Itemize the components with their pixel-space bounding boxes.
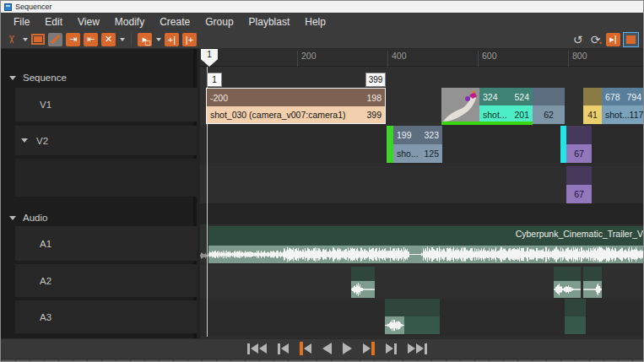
- clip-start: 678: [605, 92, 620, 102]
- timeline: 200 400 600 800 1 1 399 -200 198 shot_03…: [200, 49, 644, 338]
- menu-view[interactable]: View: [70, 16, 107, 28]
- clip-duration: 41: [587, 110, 598, 120]
- razor-dropdown-caret[interactable]: [23, 38, 28, 41]
- audio-clip-a3-1[interactable]: [385, 299, 404, 334]
- window-title: Sequencer: [15, 3, 52, 11]
- collapse-sequence-icon[interactable]: [9, 76, 16, 80]
- shot-clip-blue[interactable]: 678 794 shot... 117: [602, 88, 644, 124]
- sequencer-window: Sequencer File Edit View Modify Create G…: [0, 0, 644, 362]
- window-titlebar[interactable]: Sequencer: [1, 1, 643, 13]
- creature-thumbnail: [441, 88, 479, 124]
- track-row-a3[interactable]: A3: [15, 300, 197, 333]
- playblast-shot-icon[interactable]: ▸▢: [138, 33, 152, 46]
- clip-end: 323: [424, 130, 439, 140]
- previous-key-button[interactable]: [300, 342, 311, 355]
- undo-history-icon[interactable]: ↺: [571, 33, 585, 46]
- audio-clip-a2-2[interactable]: [554, 267, 581, 298]
- shot-clip-v2[interactable]: 199 323 sho... 125: [393, 126, 442, 163]
- a3-1-waveform: [385, 316, 404, 334]
- clip-start: 199: [397, 130, 412, 140]
- play-forwards-button[interactable]: [343, 343, 352, 354]
- time-slider-strip[interactable]: [1, 359, 644, 362]
- step-back-frame-button[interactable]: [278, 343, 289, 354]
- track-label-v1: V1: [40, 100, 51, 110]
- a2-3-waveform: [583, 281, 602, 298]
- track-tool-selected-icon[interactable]: [624, 33, 638, 46]
- audio-group-header[interactable]: Audio: [9, 213, 47, 223]
- current-frame-icon[interactable]: ▸|: [606, 33, 620, 46]
- shot-clip-41[interactable]: 41: [583, 88, 602, 124]
- audio-group-label: Audio: [23, 213, 47, 223]
- collapse-v2-icon[interactable]: [21, 138, 28, 143]
- time-ruler[interactable]: 200 400 600 800: [200, 49, 644, 67]
- delete-shot-icon[interactable]: ✕: [101, 33, 116, 46]
- step-forward-frame-button[interactable]: [386, 343, 397, 354]
- track-label-v2: V2: [36, 136, 48, 146]
- clip-in-tag[interactable]: 1: [207, 73, 222, 87]
- menu-file[interactable]: File: [6, 16, 37, 28]
- audio-clip-a3-2[interactable]: [404, 299, 440, 334]
- marker-bar-cyan[interactable]: [560, 126, 566, 163]
- menu-create[interactable]: Create: [152, 16, 198, 28]
- clip-duration: 125: [424, 149, 439, 159]
- clip-underline-green: [441, 122, 533, 125]
- track-row-a2[interactable]: A2: [15, 264, 197, 297]
- shot-clip-purple-v2[interactable]: 67: [566, 126, 592, 163]
- delete-dropdown-caret[interactable]: [120, 38, 125, 41]
- shift-shot-right-icon[interactable]: ⇤: [84, 33, 98, 46]
- clip-shot-name: shot...: [605, 110, 630, 120]
- ruler-tick-200: 200: [297, 51, 317, 67]
- shot-clip-purple-v3[interactable]: 67: [566, 166, 592, 203]
- go-to-end-button[interactable]: [408, 343, 427, 354]
- shot-thumbnail-clip[interactable]: [441, 88, 479, 124]
- collapse-audio-icon[interactable]: [9, 216, 16, 220]
- audio-clip-a3-3[interactable]: [565, 299, 586, 334]
- track-row-v1[interactable]: V1: [15, 88, 197, 122]
- ubercam-pencil-icon[interactable]: [48, 33, 62, 46]
- sequence-group-header[interactable]: Sequence: [9, 73, 67, 83]
- set-sequence-out-icon[interactable]: |+: [182, 33, 197, 46]
- track-panel: Sequence V1 V2 Audio A1 A2 A3: [1, 49, 197, 338]
- play-backwards-button[interactable]: [322, 343, 332, 354]
- track-label-a3: A3: [40, 312, 51, 322]
- clip-duration: 67: [574, 189, 584, 199]
- menu-group[interactable]: Group: [198, 16, 241, 28]
- menu-help[interactable]: Help: [297, 16, 333, 28]
- clip-offset-start: -200: [210, 93, 228, 103]
- next-key-button[interactable]: [363, 342, 375, 355]
- clip-shot-name: sho...: [397, 149, 419, 159]
- clip-duration: 117: [630, 110, 644, 120]
- go-to-start-button[interactable]: [247, 343, 267, 354]
- razor-edit-icon[interactable]: ✂: [5, 32, 19, 46]
- a2-2-waveform: [554, 281, 581, 298]
- menu-edit[interactable]: Edit: [37, 16, 70, 28]
- clip-duration: 62: [544, 110, 554, 120]
- create-shot-icon[interactable]: [31, 34, 45, 45]
- sequencer-app-icon: [4, 3, 12, 11]
- shot-clip-62[interactable]: 62: [533, 88, 565, 124]
- marker-bar-green[interactable]: [387, 126, 393, 163]
- a1-waveform: [208, 246, 644, 263]
- main-area: Sequence V1 V2 Audio A1 A2 A3: [1, 49, 644, 338]
- track-row-v2[interactable]: V2: [15, 126, 197, 155]
- track-row-a1[interactable]: A1: [15, 226, 197, 261]
- playblast-dropdown-caret[interactable]: [156, 38, 161, 41]
- menu-modify[interactable]: Modify: [107, 16, 152, 28]
- set-sequence-in-icon[interactable]: +|: [165, 33, 179, 46]
- track-row-v2-child[interactable]: [15, 159, 197, 197]
- shift-shot-left-icon[interactable]: ⇥: [66, 33, 80, 46]
- shot-clip-v1-main[interactable]: -200 198 shot_030 (camera_v007:camera1) …: [206, 88, 386, 124]
- audio-clip-a2-1[interactable]: [351, 267, 375, 298]
- lane-gap: [200, 203, 644, 224]
- clip-duration: 399: [366, 110, 382, 120]
- audio-clip-a1[interactable]: Cyberpunk_Cinematic_Trailer_V: [208, 226, 644, 263]
- audio-clip-a2-3[interactable]: [583, 267, 602, 298]
- a2-1-waveform: [351, 281, 375, 298]
- toolbar-separator: [131, 33, 132, 46]
- menu-playblast[interactable]: Playblast: [241, 16, 298, 28]
- sync-sequencer-icon[interactable]: ⟳▪: [588, 33, 603, 46]
- shot-clip-teal[interactable]: 324 524 shot... 201: [479, 88, 533, 124]
- clip-start: 324: [483, 92, 498, 102]
- ruler-tick-800: 800: [568, 51, 587, 67]
- clip-out-tag[interactable]: 399: [365, 73, 386, 87]
